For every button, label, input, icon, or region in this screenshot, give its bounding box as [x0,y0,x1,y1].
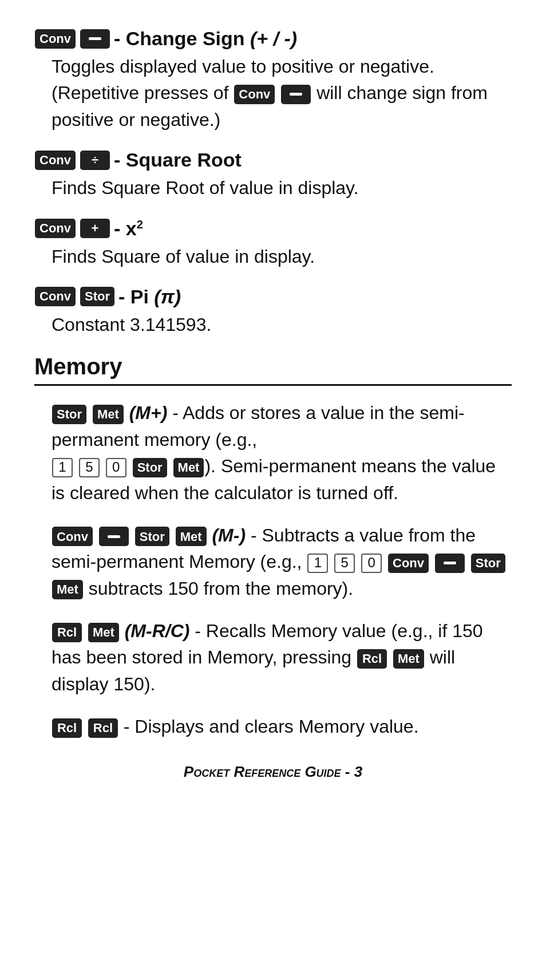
entry-change-sign-title: Conv - Change Sign (+ / -) [34,27,512,50]
entry-x-squared-label: - x2 [114,218,143,240]
key-stor-2: Stor [133,458,167,477]
entry-m-rc-body: Rcl Met (M-R/C) - Recalls Memory value (… [34,618,512,697]
entry-pi-title: Conv Stor - Pi (π) [34,286,512,308]
entry-x-squared: Conv + - x2 Finds Square of value in dis… [34,218,512,270]
entry-change-sign-label: - Change Sign (+ / -) [114,27,297,50]
footer: Pocket Reference Guide - 3 [34,763,512,781]
key-met-1: Met [93,405,124,424]
entry-rcl-rcl: Rcl Rcl - Displays and clears Memory val… [34,713,512,740]
key-met-5: Met [88,623,119,642]
key-minus-1 [80,29,110,49]
key-conv-6: Conv [388,554,429,573]
memory-heading: Memory [34,354,512,386]
key-conv-3: Conv [35,219,76,238]
key-conv-2: Conv [35,151,76,170]
key-rcl-3: Rcl [52,718,82,738]
key-minus-inline-1 [281,85,311,104]
entry-x-squared-title: Conv + - x2 [34,218,512,240]
key-rcl-2: Rcl [357,649,387,669]
entry-square-root-label: - Square Root [114,149,242,171]
entry-m-plus-body: Stor Met (M+) - Adds or stores a value i… [34,400,512,506]
key-num-1-2: 1 [307,554,328,573]
key-met-4: Met [52,580,83,599]
entry-square-root-body: Finds Square Root of value in display. [34,175,512,201]
entry-pi-body: Constant 3.141593. [34,311,512,338]
key-conv-4: Conv [35,287,76,306]
key-num-1: 1 [52,458,73,477]
key-met-6: Met [393,649,424,669]
key-conv-5: Conv [52,527,93,546]
key-num-5-1: 5 [79,458,100,477]
entry-x-squared-body: Finds Square of value in display. [34,243,512,270]
key-conv-inline-1: Conv [234,85,275,104]
key-stor-pi: Stor [80,287,114,306]
key-plus-1: + [80,219,110,238]
entry-square-root-title: Conv ÷ - Square Root [34,149,512,171]
key-stor-4: Stor [471,554,505,573]
key-num-0-2: 0 [361,554,382,573]
key-met-3: Met [176,527,207,546]
entry-change-sign-body: Toggles displayed value to positive or n… [34,53,512,133]
entry-m-minus-body: Conv Stor Met (M-) - Subtracts a value f… [34,522,512,602]
entry-pi: Conv Stor - Pi (π) Constant 3.141593. [34,286,512,338]
entry-m-minus: Conv Stor Met (M-) - Subtracts a value f… [34,522,512,602]
key-num-0-1: 0 [106,458,126,477]
entry-rcl-rcl-body: Rcl Rcl - Displays and clears Memory val… [34,713,512,740]
key-divide-1: ÷ [80,151,110,170]
entry-pi-label: - Pi (π) [118,286,181,308]
key-met-2: Met [173,458,204,477]
key-minus-2 [99,527,129,546]
key-rcl-4: Rcl [88,718,118,738]
key-stor-1: Stor [52,405,86,424]
key-stor-3: Stor [135,527,169,546]
key-rcl-1: Rcl [52,623,82,642]
entry-change-sign: Conv - Change Sign (+ / -) Toggles displ… [34,27,512,133]
entry-m-plus: Stor Met (M+) - Adds or stores a value i… [34,400,512,506]
entry-m-rc: Rcl Met (M-R/C) - Recalls Memory value (… [34,618,512,697]
entry-square-root: Conv ÷ - Square Root Finds Square Root o… [34,149,512,201]
key-num-5-2: 5 [334,554,355,573]
key-conv-1: Conv [35,29,76,49]
key-minus-3 [435,554,465,573]
